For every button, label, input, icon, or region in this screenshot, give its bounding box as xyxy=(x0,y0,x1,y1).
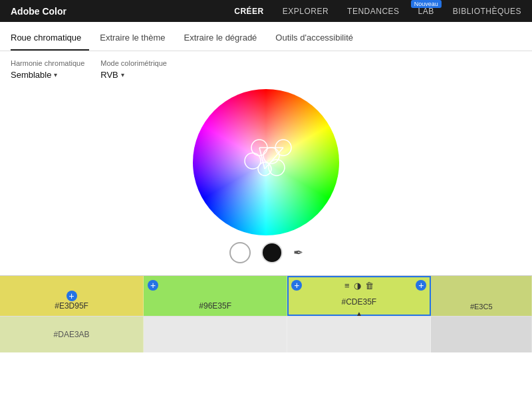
swatch-3[interactable]: + ≡ ◑ 🗑 + #CDE35F ▲ xyxy=(287,276,431,316)
swatch2-2[interactable] xyxy=(144,317,287,352)
nav-bibliotheques[interactable]: BIBLIOTHÈQUES xyxy=(453,7,521,16)
filter-icon[interactable]: ≡ xyxy=(344,281,350,291)
nav-tendances[interactable]: TENDANCES xyxy=(347,7,400,16)
swatches-row-2: #DAE3AB xyxy=(0,316,532,352)
harmonie-chevron: ▾ xyxy=(54,71,57,78)
tab-accessibilite[interactable]: Outils d'accessibilité xyxy=(275,33,361,51)
app-logo: Adobe Color xyxy=(11,6,66,17)
nav-lab[interactable]: LAB xyxy=(418,7,434,16)
swatch2-4[interactable] xyxy=(431,317,532,352)
mode-group: Mode colorimétrique RVB ▾ xyxy=(100,59,167,80)
swatch-3-add-right[interactable]: + xyxy=(416,280,426,291)
black-swatch-picker[interactable] xyxy=(261,242,283,263)
swatch-3-icons: ≡ ◑ 🗑 xyxy=(344,281,374,291)
nouveau-badge: Nouveau xyxy=(411,0,442,8)
white-swatch-picker[interactable] xyxy=(229,242,251,263)
swatch-3-arrow: ▲ xyxy=(356,310,362,317)
swatch-3-add-left[interactable]: + xyxy=(291,280,302,291)
eyedropper-icon[interactable]: ✒ xyxy=(293,245,303,260)
swatch-3-tools: + ≡ ◑ 🗑 + xyxy=(287,280,430,291)
tab-roue[interactable]: Roue chromatique xyxy=(11,33,89,51)
color-wheel-wrapper[interactable] xyxy=(193,89,339,235)
swatch-4[interactable]: #E3C5 xyxy=(431,276,532,316)
swatch-2[interactable]: + #96E35F xyxy=(144,276,287,316)
tab-theme[interactable]: Extraire le thème xyxy=(100,33,173,51)
swatch-2-hex: #96E35F xyxy=(199,301,231,311)
swatch-3-hex: #CDE35F xyxy=(342,297,377,307)
swatch-1-hex: #E3D95F xyxy=(55,301,88,311)
controls-row: Harmonie chromatique Semblable ▾ Mode co… xyxy=(0,51,532,82)
nav-links: CRÉER EXPLORER TENDANCES Nouveau LAB BIB… xyxy=(234,7,521,16)
swatches-row-1: + #E3D95F + #96E35F + ≡ ◑ 🗑 + xyxy=(0,276,532,316)
swatch2-1[interactable]: #DAE3AB xyxy=(0,317,144,352)
swatch-1-add[interactable]: + xyxy=(66,291,77,301)
tab-degrade[interactable]: Extraire le dégradé xyxy=(184,33,265,51)
picker-tools: ✒ xyxy=(229,242,303,263)
swatch2-3[interactable] xyxy=(287,317,431,352)
swatch-2-add[interactable]: + xyxy=(148,280,158,291)
harmonie-value: Semblable xyxy=(11,70,51,80)
mode-chevron: ▾ xyxy=(121,71,124,78)
swatch-4-hex: #E3C5 xyxy=(470,303,493,311)
swatch-1[interactable]: + #E3D95F xyxy=(0,276,144,316)
swatch2-1-hex: #DAE3AB xyxy=(54,330,90,339)
mode-select[interactable]: RVB ▾ xyxy=(100,70,167,80)
mode-label: Mode colorimétrique xyxy=(100,59,167,67)
trash-icon[interactable]: 🗑 xyxy=(365,281,374,291)
swatches-section: + #E3D95F + #96E35F + ≡ ◑ 🗑 + xyxy=(0,275,532,352)
nav-explorer[interactable]: EXPLORER xyxy=(283,7,329,16)
nav-lab-wrapper: Nouveau LAB xyxy=(418,7,434,16)
top-nav: Adobe Color CRÉER EXPLORER TENDANCES Nou… xyxy=(0,0,532,22)
contrast-icon[interactable]: ◑ xyxy=(354,281,361,291)
nav-creer[interactable]: CRÉER xyxy=(234,7,264,16)
main-content: ✒ + #E3D95F + #96E35F + ≡ ◑ xyxy=(0,82,532,352)
sub-tabs: Roue chromatique Extraire le thème Extra… xyxy=(0,22,532,51)
harmonie-group: Harmonie chromatique Semblable ▾ xyxy=(11,59,84,80)
harmonie-label: Harmonie chromatique xyxy=(11,59,84,67)
mode-value: RVB xyxy=(100,70,118,80)
color-wheel[interactable] xyxy=(193,89,339,235)
harmonie-select[interactable]: Semblable ▾ xyxy=(11,70,84,80)
